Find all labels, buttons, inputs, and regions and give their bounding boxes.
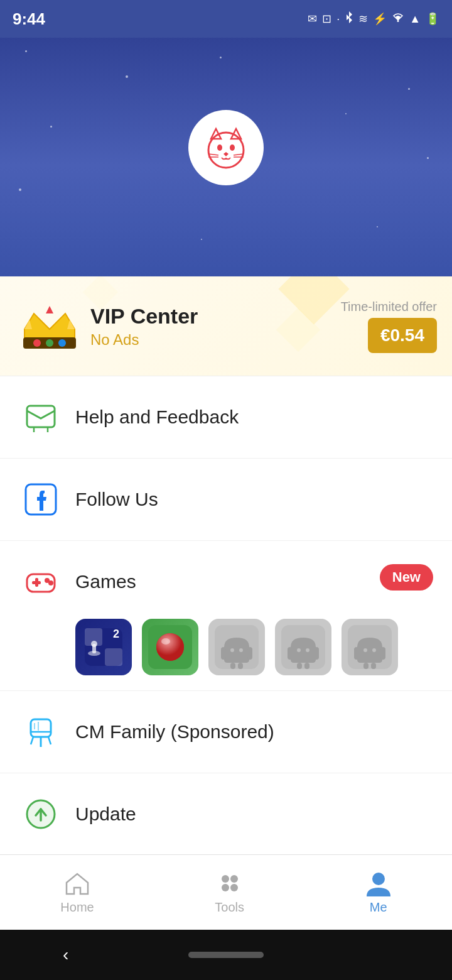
svg-point-26 [48,580,53,585]
menu-item-games-section: Games New 2 [0,541,452,691]
svg-marker-12 [46,306,53,313]
svg-point-54 [297,648,301,652]
nav-tools[interactable]: Tools [215,870,244,915]
svg-rect-53 [304,663,309,669]
svg-rect-42 [247,647,252,660]
game-icon-1[interactable]: 2 [75,619,132,675]
svg-point-36 [156,633,184,661]
hero-section: 9:44 ✉ ⊡ · ≋ ⚡ ▲ 🔋 [0,0,452,276]
svg-rect-62 [371,663,376,669]
svg-rect-44 [238,663,243,669]
bottom-nav: Home Tools Me [0,854,452,930]
update-icon [19,792,63,836]
svg-rect-18 [27,406,55,427]
help-icon [19,395,63,439]
family-label: CM Family (Sponsored) [75,721,274,743]
status-time: 9:44 [13,9,45,29]
menu-item-family[interactable]: CM Family (Sponsored) [0,691,452,773]
game-icon-3[interactable] [208,619,265,675]
charging-icon: ⚡ [373,12,387,26]
back-button[interactable]: ‹ [56,939,75,971]
content-area: VIP Center No Ads Time-limited offer €0.… [0,276,452,879]
family-icon [19,710,63,754]
svg-point-17 [58,339,66,347]
svg-rect-41 [221,647,226,660]
svg-rect-24 [35,578,38,587]
vip-banner[interactable]: VIP Center No Ads Time-limited offer €0.… [0,276,452,376]
svg-point-85 [230,875,238,883]
nav-home[interactable]: Home [60,870,94,915]
bluetooth-icon [345,11,353,27]
nav-tools-label: Tools [215,900,244,915]
status-icons: ✉ ⊡ · ≋ ⚡ ▲ 🔋 [308,11,439,27]
dot-icon: · [336,13,340,26]
svg-rect-65 [31,719,51,737]
battery-icon: 🔋 [426,12,439,26]
gmail-icon: ✉ [308,12,317,26]
avatar[interactable] [188,110,264,185]
svg-point-15 [33,339,41,347]
svg-point-55 [306,648,309,652]
svg-point-46 [239,648,243,652]
svg-point-4 [217,144,222,151]
menu-item-update[interactable]: Update [0,773,452,856]
svg-rect-59 [354,647,359,660]
svg-point-64 [372,648,376,652]
svg-point-5 [230,144,235,151]
cat-avatar-icon [201,122,251,173]
svg-point-37 [161,638,170,645]
follow-label: Follow Us [75,489,158,510]
svg-rect-60 [380,647,385,660]
me-icon [365,870,392,896]
svg-rect-50 [288,647,293,660]
svg-rect-61 [363,663,369,669]
svg-point-63 [363,648,367,652]
svg-rect-43 [230,663,235,669]
games-icon [19,560,63,604]
menu-item-follow[interactable]: Follow Us [0,459,452,541]
vip-crown-icon [15,291,84,361]
svg-point-45 [230,648,234,652]
update-label: Update [75,803,136,825]
svg-point-1 [208,133,244,168]
svg-point-33 [91,641,97,647]
nav-me[interactable]: Me [365,870,392,915]
svg-point-87 [230,884,238,891]
signal-icon: ▲ [409,13,421,26]
screenshot-icon: ⊡ [322,12,331,26]
svg-point-0 [397,20,399,22]
svg-text:2: 2 [113,628,119,640]
home-icon [64,870,90,896]
home-pill[interactable] [188,952,264,958]
menu-item-help[interactable]: Help and Feedback [0,376,452,459]
svg-point-84 [222,875,229,883]
new-badge: New [380,564,433,591]
wifi-icon [392,13,404,26]
game-icon-4[interactable] [275,619,331,675]
offer-label: Time-limited offer [341,300,437,314]
system-nav: ‹ [0,930,452,980]
games-header[interactable]: Games New [0,541,452,614]
nav-me-label: Me [370,900,387,915]
vip-offer[interactable]: Time-limited offer €0.54 [341,300,437,353]
games-icons-row: 2 [0,614,452,690]
nav-home-label: Home [60,900,94,915]
games-label: Games [75,571,136,592]
tools-icon [217,870,243,896]
svg-rect-52 [297,663,302,669]
facebook-icon [19,477,63,521]
svg-point-88 [372,873,385,885]
svg-point-86 [222,884,229,891]
offer-price[interactable]: €0.54 [368,318,437,353]
game-icon-5[interactable] [342,619,398,675]
help-label: Help and Feedback [75,406,239,428]
vibrate-icon: ≋ [358,12,368,26]
svg-point-16 [46,339,53,347]
svg-rect-51 [314,647,319,660]
svg-line-68 [31,737,33,744]
game-icon-2[interactable] [142,619,198,675]
status-bar: 9:44 ✉ ⊡ · ≋ ⚡ ▲ 🔋 [0,0,452,38]
svg-line-69 [48,737,51,744]
svg-rect-29 [105,648,122,666]
